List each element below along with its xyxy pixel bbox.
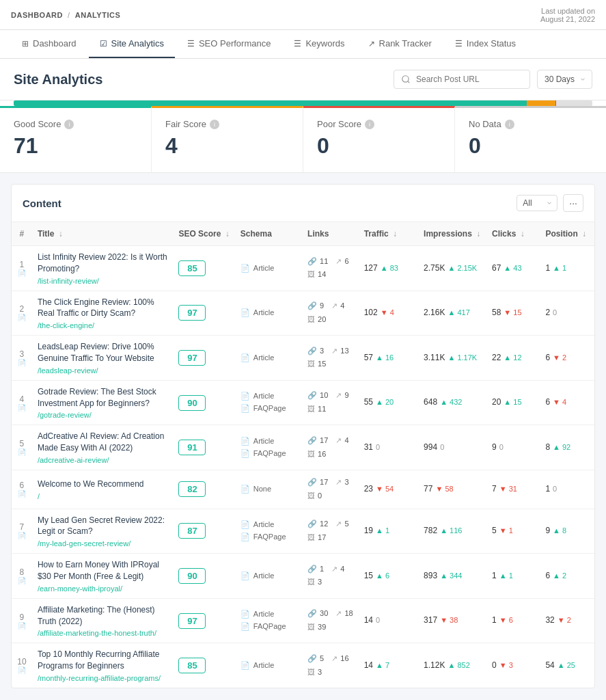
row-schema-2: 📄Article [235, 291, 302, 336]
row-num-6: 6 📄 [12, 470, 32, 509]
row-traffic-1: 127 ▲ 83 [359, 246, 418, 291]
row-impressions-1: 2.75K ▲ 2.15K [418, 246, 486, 291]
col-header-title[interactable]: Title ↓ [32, 222, 174, 246]
row-seo-10: 85 [173, 643, 234, 688]
row-seo-9: 97 [173, 598, 234, 643]
breadcrumb-dashboard: DASHBOARD [11, 11, 63, 19]
row-schema-5: 📄Article📄FAQPage [235, 425, 302, 470]
nodata-score-info-icon[interactable]: i [505, 120, 514, 129]
date-range-select[interactable]: 30 Days 7 Days 90 Days [537, 70, 592, 89]
row-impressions-6: 77 ▼ 58 [418, 470, 486, 509]
row-position-3: 6 ▼ 2 [540, 336, 594, 381]
score-card-poor: Poor Score i 0 [303, 106, 455, 172]
tab-seo-performance[interactable]: ☰ SEO Performance [176, 30, 282, 58]
row-title-10: Top 10 Monthly Recurring Affiliate Progr… [32, 643, 174, 688]
col-header-seo[interactable]: SEO Score ↓ [173, 222, 234, 246]
row-clicks-8: 1 ▲ 1 [486, 554, 540, 599]
tab-index-status[interactable]: ☰ Index Status [444, 30, 527, 58]
rank-tracker-icon: ↗ [368, 39, 375, 49]
row-title-6: Welcome to We Recommend / [32, 470, 174, 509]
row-links-6: 🔗17 ↗3 🖼0 [302, 470, 359, 509]
content-controls: All Good Fair Poor ··· [517, 194, 583, 212]
row-clicks-4: 20 ▲ 15 [486, 380, 540, 425]
row-seo-6: 82 [173, 470, 234, 509]
row-schema-10: 📄Article [235, 643, 302, 688]
col-header-links: Links [302, 222, 359, 246]
row-impressions-2: 2.16K ▲ 417 [418, 291, 486, 336]
row-num-5: 5 📄 [12, 425, 32, 470]
row-position-6: 1 0 [540, 470, 594, 509]
keywords-icon: ☰ [294, 39, 301, 49]
table-row: 2 📄 The Click Engine Review: 100% Real T… [12, 291, 594, 336]
row-impressions-4: 648 ▲ 432 [418, 380, 486, 425]
row-num-1: 1 📄 [12, 246, 32, 291]
row-traffic-10: 14 ▲ 7 [359, 643, 418, 688]
tab-site-analytics[interactable]: ☑ Site Analytics [89, 30, 175, 58]
row-title-7: My Lead Gen Secret Review 2022: Legit or… [32, 509, 174, 554]
row-position-7: 9 ▲ 8 [540, 509, 594, 554]
table-row: 9 📄 Affiliate Marketing: The (Honest) Tr… [12, 598, 594, 643]
row-clicks-2: 58 ▼ 15 [486, 291, 540, 336]
tab-bar: ⊞ Dashboard ☑ Site Analytics ☰ SEO Perfo… [0, 30, 606, 59]
row-impressions-8: 893 ▲ 344 [418, 554, 486, 599]
row-impressions-9: 317 ▼ 38 [418, 598, 486, 643]
row-seo-2: 97 [173, 291, 234, 336]
poor-score-value: 0 [317, 133, 441, 159]
row-clicks-10: 0 ▼ 3 [486, 643, 540, 688]
score-cards: Good Score i 71 Fair Score i 4 Poor Scor… [0, 106, 606, 173]
search-input[interactable] [394, 70, 530, 89]
col-header-clicks[interactable]: Clicks ↓ [486, 222, 540, 246]
row-seo-4: 90 [173, 380, 234, 425]
nodata-score-value: 0 [469, 133, 592, 159]
score-bar-container [0, 100, 606, 106]
table-row: 1 📄 List Infinity Review 2022: Is it Wor… [12, 246, 594, 291]
row-title-3: LeadsLeap Review: Drive 100% Genuine Tra… [32, 336, 174, 381]
row-title-2: The Click Engine Review: 100% Real Traff… [32, 291, 174, 336]
row-impressions-5: 994 0 [418, 425, 486, 470]
col-header-traffic[interactable]: Traffic ↓ [359, 222, 418, 246]
good-score-label: Good Score i [14, 119, 137, 129]
more-options-button[interactable]: ··· [563, 194, 583, 212]
row-links-5: 🔗17 ↗4 🖼16 [302, 425, 359, 470]
row-clicks-5: 9 0 [486, 425, 540, 470]
row-seo-7: 87 [173, 509, 234, 554]
col-header-position[interactable]: Position ↓ [540, 222, 594, 246]
row-links-7: 🔗12 ↗5 🖼17 [302, 509, 359, 554]
tab-keywords[interactable]: ☰ Keywords [283, 30, 355, 58]
header-controls: 30 Days 7 Days 90 Days [394, 70, 592, 89]
site-analytics-icon: ☑ [100, 39, 107, 49]
row-clicks-9: 1 ▼ 6 [486, 598, 540, 643]
poor-score-label: Poor Score i [317, 119, 441, 129]
good-score-info-icon[interactable]: i [64, 120, 74, 129]
tab-dashboard[interactable]: ⊞ Dashboard [11, 30, 87, 58]
col-header-impressions[interactable]: Impressions ↓ [418, 222, 486, 246]
row-impressions-7: 782 ▲ 116 [418, 509, 486, 554]
fair-score-info-icon[interactable]: i [210, 120, 219, 129]
row-links-10: 🔗5 ↗16 🖼3 [302, 643, 359, 688]
tab-rank-tracker[interactable]: ↗ Rank Tracker [357, 30, 443, 58]
page-title: Site Analytics [14, 72, 102, 88]
score-card-good: Good Score i 71 [0, 106, 152, 172]
poor-score-info-icon[interactable]: i [365, 120, 374, 129]
row-clicks-3: 22 ▲ 12 [486, 336, 540, 381]
row-traffic-9: 14 0 [359, 598, 418, 643]
last-updated: Last updated on August 21, 2022 [540, 7, 595, 23]
col-header-schema: Schema [235, 222, 302, 246]
row-schema-7: 📄Article📄FAQPage [235, 509, 302, 554]
row-num-7: 7 📄 [12, 509, 32, 554]
row-num-3: 3 📄 [12, 336, 32, 381]
table-row: 10 📄 Top 10 Monthly Recurring Affiliate … [12, 643, 594, 688]
row-traffic-8: 15 ▲ 6 [359, 554, 418, 599]
row-num-2: 2 📄 [12, 291, 32, 336]
row-title-5: AdCreative AI Review: Ad Creation Made E… [32, 425, 174, 470]
row-traffic-7: 19 ▲ 1 [359, 509, 418, 554]
page-header: Site Analytics 30 Days 7 Days 90 Days [0, 59, 606, 100]
row-num-8: 8 📄 [12, 554, 32, 599]
filter-select[interactable]: All Good Fair Poor [517, 195, 557, 211]
row-traffic-3: 57 ▲ 16 [359, 336, 418, 381]
fair-score-label: Fair Score i [165, 119, 289, 129]
row-seo-3: 97 [173, 336, 234, 381]
row-seo-1: 85 [173, 246, 234, 291]
content-title: Content [23, 198, 61, 209]
row-links-4: 🔗10 ↗9 🖼11 [302, 380, 359, 425]
